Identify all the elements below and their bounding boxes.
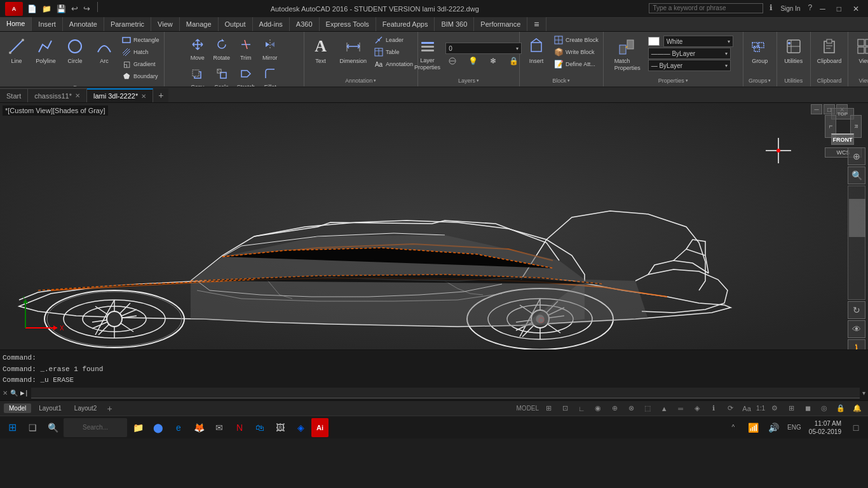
layer-freeze-button[interactable]: ❄ bbox=[486, 55, 505, 67]
taskbar-explorer[interactable]: 📁 bbox=[128, 418, 147, 437]
tab-home[interactable]: Home bbox=[0, 17, 32, 31]
help-icon[interactable]: ? bbox=[808, 3, 813, 15]
tab-performance[interactable]: Performance bbox=[474, 17, 527, 31]
stretch-button[interactable]: Stretch bbox=[234, 64, 258, 88]
panel-utilities-label[interactable]: Utilities bbox=[784, 76, 803, 85]
taskbar-netflix[interactable]: N bbox=[230, 418, 249, 437]
cmd-close-button[interactable]: ✕ bbox=[3, 390, 8, 396]
action-center-button[interactable]: □ bbox=[846, 418, 865, 437]
view-button[interactable]: View bbox=[851, 34, 868, 66]
tab-parametric[interactable]: Parametric bbox=[104, 17, 151, 31]
mirror-button[interactable]: Mirror bbox=[259, 34, 281, 63]
cmd-search-button[interactable]: 🔍 bbox=[10, 390, 18, 396]
line-button[interactable]: Line bbox=[3, 34, 31, 66]
windows-start-button[interactable]: ⊞ bbox=[3, 418, 22, 437]
group-button[interactable]: Group bbox=[746, 34, 774, 66]
taskbar-firefox[interactable]: 🦊 bbox=[189, 418, 208, 437]
isolate-icon[interactable]: ◎ bbox=[817, 402, 831, 415]
panel-block-label[interactable]: Block▾ bbox=[552, 76, 570, 85]
table-button[interactable]: Table bbox=[372, 46, 415, 58]
tab-insert[interactable]: Insert bbox=[32, 17, 63, 31]
zoom-button[interactable]: 🔍 bbox=[848, 166, 865, 184]
zoom-scroll-thumb[interactable] bbox=[849, 199, 865, 237]
maximize-button[interactable]: □ bbox=[833, 3, 845, 15]
taskbar-photos[interactable]: 🖼 bbox=[271, 418, 290, 437]
otrack-icon[interactable]: ⊗ bbox=[624, 402, 638, 415]
cmd-dropdown-button[interactable]: ▾ bbox=[862, 390, 865, 396]
scale-button[interactable]: Scale bbox=[210, 64, 233, 88]
systray-lang[interactable]: ENG bbox=[785, 418, 804, 437]
tab-a360[interactable]: A360 bbox=[290, 17, 320, 31]
lineweight-dropdown[interactable]: — ByLayer ▾ bbox=[648, 60, 731, 71]
panel-draw-label[interactable]: Draw▾ bbox=[73, 83, 90, 88]
layer-off-button[interactable]: 💡 bbox=[466, 55, 485, 67]
linetype-dropdown[interactable]: ——— ByLayer ▾ bbox=[648, 48, 731, 59]
tpo-icon[interactable]: ◈ bbox=[690, 402, 704, 415]
tab-view[interactable]: View bbox=[151, 17, 180, 31]
new-tab-button[interactable]: + bbox=[153, 88, 168, 102]
info-icon[interactable]: ℹ bbox=[770, 3, 773, 15]
tab-annotate[interactable]: Annotate bbox=[63, 17, 104, 31]
task-view-button[interactable]: ❑ bbox=[23, 418, 42, 437]
copy-button[interactable]: Copy bbox=[186, 64, 209, 88]
annotation-icon[interactable]: Aa bbox=[740, 402, 754, 415]
panel-groups-label[interactable]: Groups▾ bbox=[749, 76, 771, 85]
match-properties-button[interactable]: MatchProperties bbox=[611, 34, 644, 74]
viewcube-front[interactable]: FRONT bbox=[831, 133, 854, 145]
annotation-style-button[interactable]: Aa Annotation bbox=[372, 58, 415, 70]
insert-button[interactable]: Insert bbox=[522, 34, 550, 66]
tab-output[interactable]: Output bbox=[219, 17, 253, 31]
tab-bim360[interactable]: BIM 360 bbox=[435, 17, 474, 31]
hardware-icon[interactable]: ◼ bbox=[801, 402, 815, 415]
snap-icon[interactable]: ⊡ bbox=[558, 402, 572, 415]
taskbar-chrome[interactable]: ⬤ bbox=[149, 418, 168, 437]
tab-express-tools[interactable]: Express Tools bbox=[320, 17, 376, 31]
layer-dropdown[interactable]: 0 ▾ bbox=[445, 43, 522, 54]
dyn-icon[interactable]: ▲ bbox=[657, 402, 671, 415]
ducs-icon[interactable]: ⬚ bbox=[641, 402, 654, 415]
circle-button[interactable]: Circle bbox=[61, 34, 89, 66]
workspace-icon[interactable]: ⚙ bbox=[768, 402, 782, 415]
arc-button[interactable]: Arc bbox=[90, 34, 118, 66]
zoom-scroll[interactable] bbox=[848, 186, 865, 300]
redo-icon[interactable]: ↪ bbox=[83, 4, 90, 13]
tab-lami-close[interactable]: ✕ bbox=[141, 93, 146, 100]
taskbar-cortana[interactable]: Search... bbox=[64, 418, 127, 437]
new-icon[interactable]: 📄 bbox=[27, 4, 37, 13]
tab-extra[interactable]: ≡ bbox=[527, 17, 546, 31]
gradient-button[interactable]: ◱ Gradient bbox=[119, 58, 161, 70]
hatch-button[interactable]: Hatch bbox=[119, 46, 161, 58]
status-tab-model[interactable]: Model bbox=[4, 403, 31, 413]
doc-tab-start[interactable]: Start bbox=[0, 88, 28, 102]
panel-layers-label[interactable]: Layers▾ bbox=[458, 76, 479, 85]
write-block-button[interactable]: 📦 Write Block bbox=[552, 46, 600, 58]
rotate-button[interactable]: Rotate bbox=[210, 34, 233, 63]
lock-ui-icon[interactable]: 🔒 bbox=[834, 402, 848, 415]
move-button[interactable]: Move bbox=[186, 34, 209, 63]
leader-button[interactable]: Leader bbox=[372, 34, 415, 46]
rectangle-button[interactable]: Rectangle bbox=[119, 34, 161, 46]
doc-tab-chassiss[interactable]: chassiss11* ✕ bbox=[28, 88, 87, 102]
layer-properties-button[interactable]: LayerProperties bbox=[412, 37, 443, 72]
qp-icon[interactable]: ℹ bbox=[707, 402, 721, 415]
tab-addins[interactable]: Add-ins bbox=[253, 17, 290, 31]
tab-featured-apps[interactable]: Featured Apps bbox=[376, 17, 435, 31]
panel-annotation-label[interactable]: Annotation▾ bbox=[345, 76, 376, 85]
text-button[interactable]: A Text bbox=[307, 34, 335, 66]
undo-icon[interactable]: ↩ bbox=[71, 4, 78, 13]
layer-iso-button[interactable] bbox=[445, 55, 465, 67]
define-attr-button[interactable]: 📝 Define Att... bbox=[552, 58, 600, 70]
doc-tab-lami[interactable]: lami 3dl-2222* ✕ bbox=[87, 88, 153, 102]
osnap-icon[interactable]: ⊕ bbox=[607, 402, 621, 415]
systray-show[interactable]: ^ bbox=[724, 418, 743, 437]
ortho-icon[interactable]: ∟ bbox=[574, 402, 588, 415]
create-block-button[interactable]: Create Block bbox=[552, 34, 600, 46]
walk-button[interactable]: 🚶 bbox=[848, 339, 865, 349]
taskbar-search[interactable]: 🔍 bbox=[43, 418, 62, 437]
panel-properties-label[interactable]: Properties▾ bbox=[658, 76, 688, 85]
systray-volume[interactable]: 🔊 bbox=[764, 418, 783, 437]
taskbar-mail[interactable]: ✉ bbox=[210, 418, 229, 437]
notifications-icon[interactable]: 🔔 bbox=[850, 402, 864, 415]
save-icon[interactable]: 💾 bbox=[57, 4, 66, 13]
taskbar-dropbox[interactable]: ◈ bbox=[291, 418, 310, 437]
